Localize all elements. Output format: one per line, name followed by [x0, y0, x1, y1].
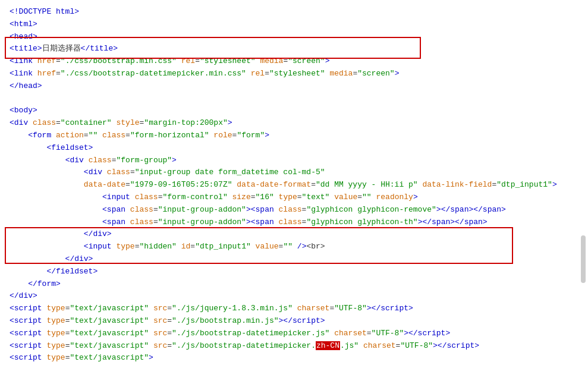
- code-line: <input type="hidden" id="dtp_input1" val…: [10, 241, 578, 253]
- code-line: <span class="input-group-addon"><span cl…: [10, 204, 578, 216]
- code-line: </fieldset>: [10, 266, 578, 278]
- code-line: <fieldset>: [10, 142, 578, 155]
- code-line: <script type="text/javascript" src="./js…: [10, 303, 578, 315]
- code-line: <div class="container" style="margin-top…: [10, 117, 578, 130]
- code-line: <html>: [10, 18, 578, 31]
- code-line: <title>日期选择器</title>: [10, 43, 578, 55]
- code-line: <script type="text/javascript" src="./js…: [10, 340, 578, 353]
- code-line: data-date="1979-09-16T05:25:07Z" data-da…: [10, 179, 578, 191]
- code-line: </head>: [10, 80, 578, 93]
- code-line: <script type="text/javascript" src="./js…: [10, 315, 578, 328]
- code-line: </form>: [10, 278, 578, 291]
- code-viewer: <!DOCTYPE html><html><head><title>日期选择器<…: [0, 0, 588, 365]
- code-line: </div>: [10, 228, 578, 241]
- code-line: <link href="./css/bootstrap-datetimepick…: [10, 68, 578, 80]
- code-line: <script type="text/javascript">: [10, 352, 578, 364]
- code-line: <form action="" class="form-horizontal" …: [10, 130, 578, 142]
- code-line: <span class="input-group-addon"><span cl…: [10, 216, 578, 229]
- code-line: <!DOCTYPE html>: [10, 6, 578, 18]
- code-line: [10, 93, 578, 105]
- code-line: <input class="form-control" size="16" ty…: [10, 191, 578, 204]
- scrollbar[interactable]: [581, 235, 586, 283]
- code-line: <body>: [10, 105, 578, 117]
- code-line: <script type="text/javascript" src="./js…: [10, 328, 578, 340]
- code-line: <head>: [10, 31, 578, 43]
- code-line: </div>: [10, 253, 578, 266]
- code-line: <link href="./css/bootstrap.min.css" rel…: [10, 55, 578, 68]
- code-block: <!DOCTYPE html><html><head><title>日期选择器<…: [10, 6, 578, 365]
- code-line: </div>: [10, 290, 578, 303]
- code-line: <div class="form-group">: [10, 155, 578, 167]
- code-line: <div class="input-group date form_dateti…: [10, 166, 578, 179]
